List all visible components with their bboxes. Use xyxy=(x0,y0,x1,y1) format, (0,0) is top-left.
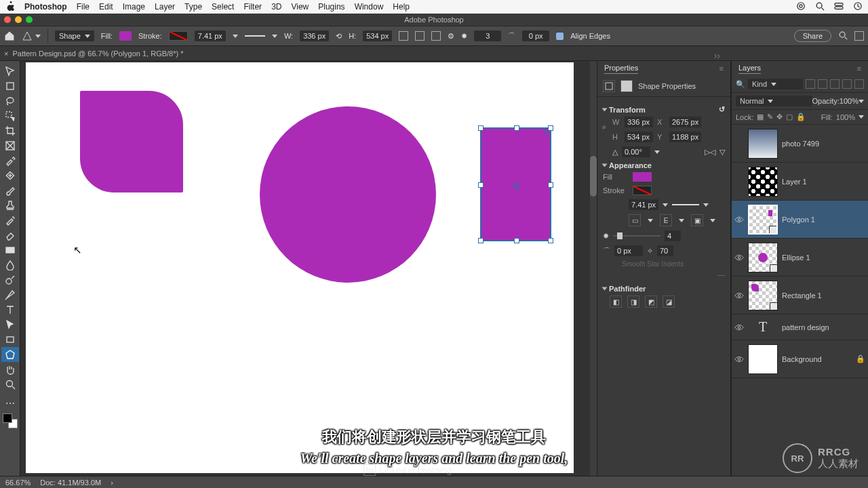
visibility-toggle[interactable] xyxy=(734,253,744,262)
opacity-value[interactable]: 100% xyxy=(840,97,859,105)
layer-name[interactable]: Polygon 1 xyxy=(782,216,865,224)
canvas-area[interactable]: ✛ xyxy=(20,61,597,476)
menu-type[interactable]: Type xyxy=(184,2,202,12)
vertical-scrollbar[interactable] xyxy=(590,61,597,476)
search-icon[interactable] xyxy=(838,30,848,41)
stamp-tool[interactable] xyxy=(1,198,19,213)
more-options-icon[interactable]: ⋯ xyxy=(603,272,725,281)
resize-handle[interactable] xyxy=(478,182,484,188)
share-button[interactable]: Share xyxy=(794,30,831,42)
transform-section[interactable]: Transform↺ xyxy=(603,105,725,114)
rectangle-shape[interactable] xyxy=(80,91,183,192)
resize-handle[interactable] xyxy=(478,125,484,131)
layer-name[interactable]: Ellipse 1 xyxy=(782,253,865,262)
prop-angle[interactable]: 0.00° xyxy=(622,146,650,157)
crop-tool[interactable] xyxy=(1,123,19,138)
spotlight-icon[interactable] xyxy=(815,1,825,13)
filter-type-icon[interactable] xyxy=(830,79,840,89)
pathfinder-intersect-icon[interactable]: ◩ xyxy=(645,296,657,308)
align-edges-checkbox[interactable] xyxy=(556,33,564,40)
zoom-tool[interactable] xyxy=(1,377,19,392)
link-wh-icon[interactable]: ⟓ xyxy=(601,121,606,129)
dodge-tool[interactable] xyxy=(1,272,19,287)
menu-select[interactable]: Select xyxy=(212,2,234,12)
gear-icon[interactable]: ⚙ xyxy=(448,32,454,41)
layer-name[interactable]: Rectangle 1 xyxy=(782,291,865,300)
prop-height[interactable]: 534 px xyxy=(625,131,653,142)
layer-row[interactable]: T pattern design xyxy=(732,314,868,340)
lock-position-icon[interactable]: ✥ xyxy=(776,113,783,121)
sides-value[interactable]: 4 xyxy=(665,230,681,241)
layer-thumbnail[interactable] xyxy=(748,205,778,235)
heal-tool[interactable] xyxy=(1,168,19,183)
pathfinder-unite-icon[interactable]: ◧ xyxy=(610,296,622,308)
panel-menu-icon[interactable]: ≡ xyxy=(850,64,861,73)
lock-all-icon[interactable]: 🔒 xyxy=(796,113,806,121)
panel-title[interactable]: Properties xyxy=(604,64,638,74)
ellipse-shape[interactable] xyxy=(260,106,436,283)
stroke-align-icon[interactable]: ▭ xyxy=(629,214,641,226)
reset-icon[interactable]: ↺ xyxy=(719,105,725,114)
document-tab[interactable]: Pattern Design.psd @ 66.7% (Polygon 1, R… xyxy=(12,49,183,58)
flip-v-icon[interactable]: ▽ xyxy=(719,148,725,157)
hand-tool[interactable] xyxy=(1,362,19,377)
height-field[interactable]: 534 px xyxy=(363,30,392,41)
layer-row[interactable]: Polygon 1 xyxy=(732,201,868,239)
filter-shape-icon[interactable] xyxy=(842,79,852,89)
pen-tool[interactable] xyxy=(1,287,19,302)
control-center-icon[interactable] xyxy=(834,1,844,13)
menu-edit[interactable]: Edit xyxy=(99,2,113,12)
visibility-toggle[interactable] xyxy=(734,139,744,148)
fill-swatch[interactable] xyxy=(633,172,652,182)
search-icon[interactable]: 🔍 xyxy=(736,80,745,89)
stroke-caps-icon[interactable]: E xyxy=(660,214,672,226)
appearance-section[interactable]: Appearance xyxy=(603,161,725,169)
layer-row[interactable]: Layer 1 xyxy=(732,163,868,201)
doc-size[interactable]: Doc: 41.1M/93.0M xyxy=(40,479,101,487)
fullscreen-window-icon[interactable] xyxy=(26,16,33,23)
shape-mode-select[interactable]: Shape xyxy=(55,30,94,41)
resize-handle[interactable] xyxy=(548,238,553,243)
link-dims-icon[interactable]: ⟲ xyxy=(336,32,342,41)
gradient-tool[interactable] xyxy=(1,243,19,258)
visibility-toggle[interactable] xyxy=(734,354,744,364)
layer-row[interactable]: Rectangle 1 xyxy=(732,277,868,314)
cc-cloud-icon[interactable] xyxy=(796,1,806,13)
star-ratio-field[interactable]: 70 xyxy=(657,245,673,256)
stroke-swatch[interactable] xyxy=(169,31,188,41)
prop-x[interactable]: 2675 px xyxy=(669,117,701,127)
pathfinder-section[interactable]: Pathfinder xyxy=(603,285,725,293)
stroke-width-field[interactable]: 7.41 px xyxy=(195,30,226,41)
chevron-down-icon[interactable] xyxy=(233,35,238,38)
collapse-panels-icon[interactable]: ›› xyxy=(714,50,720,61)
home-icon[interactable] xyxy=(4,30,15,41)
fill-value[interactable]: 100% xyxy=(836,113,855,121)
layer-row[interactable]: Ellipse 1 xyxy=(732,239,868,277)
document-canvas[interactable]: ✛ xyxy=(26,62,574,473)
filter-adjust-icon[interactable] xyxy=(818,79,827,89)
pathfinder-subtract-icon[interactable]: ◨ xyxy=(627,296,639,308)
status-arrow-icon[interactable]: › xyxy=(111,479,113,487)
lock-artboard-icon[interactable]: ▢ xyxy=(786,113,793,121)
chevron-down-icon[interactable] xyxy=(272,35,277,38)
prop-y[interactable]: 1188 px xyxy=(669,131,701,142)
menu-file[interactable]: File xyxy=(77,2,90,12)
visibility-toggle[interactable] xyxy=(734,323,744,332)
corner-radius-field[interactable]: 0 px xyxy=(614,245,643,256)
history-brush-tool[interactable] xyxy=(1,213,19,228)
artboard-tool[interactable] xyxy=(1,79,19,94)
edit-toolbar-icon[interactable]: ⋯ xyxy=(1,396,19,411)
layer-name[interactable]: pattern design xyxy=(782,323,865,331)
radius-field[interactable]: 0 px xyxy=(522,30,549,41)
resize-handle[interactable] xyxy=(514,125,519,131)
eraser-tool[interactable] xyxy=(1,228,19,243)
resize-handle[interactable] xyxy=(548,182,553,188)
pathfinder-exclude-icon[interactable]: ◪ xyxy=(663,296,675,308)
resize-handle[interactable] xyxy=(478,238,484,243)
resize-handle[interactable] xyxy=(548,125,553,131)
stroke-style-icon[interactable] xyxy=(245,35,265,37)
move-tool[interactable] xyxy=(1,64,19,79)
traffic-lights[interactable] xyxy=(4,16,33,23)
close-tab-icon[interactable]: × xyxy=(4,49,8,58)
layer-row[interactable]: photo 7499 xyxy=(732,125,868,163)
